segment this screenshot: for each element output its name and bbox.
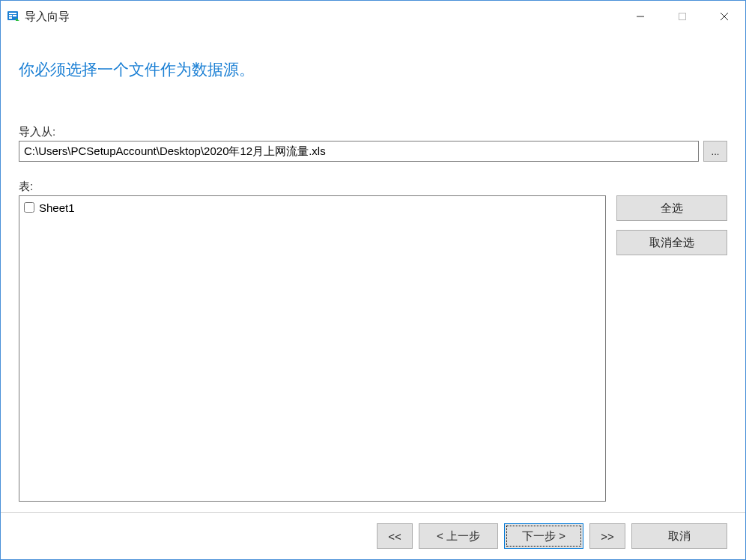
first-page-button[interactable]: << [377,523,413,549]
table-select-buttons: 全选 取消全选 [616,195,727,502]
browse-button[interactable]: ... [703,141,727,162]
list-item[interactable]: Sheet1 [24,199,601,216]
instruction-text: 你必须选择一个文件作为数据源。 [19,59,727,80]
tables-label: 表: [19,180,727,194]
tables-section: Sheet1 全选 取消全选 [19,195,727,502]
window-title: 导入向导 [25,10,70,24]
maximize-button [661,1,703,32]
import-from-label: 导入从: [19,125,727,139]
import-from-row: ... [19,141,727,162]
deselect-all-button[interactable]: 取消全选 [616,230,727,255]
svg-rect-3 [13,15,16,16]
svg-rect-1 [9,13,16,14]
previous-button[interactable]: < 上一步 [419,523,498,549]
close-button[interactable] [703,1,745,32]
table-item-label: Sheet1 [39,201,75,214]
titlebar: 导入向导 [1,1,745,32]
import-path-input[interactable] [19,141,699,162]
window-controls [619,1,745,32]
minimize-button[interactable] [619,1,661,32]
select-all-button[interactable]: 全选 [616,195,727,221]
table-checkbox[interactable] [24,202,34,213]
app-icon [7,10,20,23]
svg-rect-6 [679,13,686,20]
cancel-button[interactable]: 取消 [631,523,727,549]
svg-rect-4 [9,17,12,19]
next-button[interactable]: 下一步 > [504,523,583,549]
last-page-button[interactable]: >> [589,523,625,549]
tables-listbox[interactable]: Sheet1 [19,195,606,502]
wizard-footer: << < 上一步 下一步 > >> 取消 [1,512,745,559]
svg-rect-2 [9,15,12,16]
wizard-content: 你必须选择一个文件作为数据源。 导入从: ... 表: Sheet1 全选 取消… [1,32,745,512]
